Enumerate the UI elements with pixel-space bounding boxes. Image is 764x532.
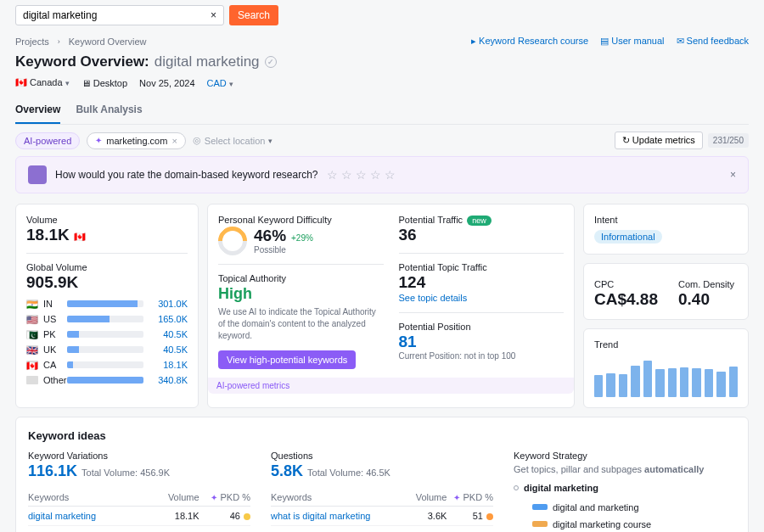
strategy-item[interactable]: digital and marketing <box>514 499 736 516</box>
pot-traffic-label: Potential Trafficnew <box>399 215 565 225</box>
strategy-title: Keyword Strategy <box>514 451 736 461</box>
trend-bar <box>631 366 639 396</box>
table-row: what digital marketing is 1.6K 55 <box>271 525 493 532</box>
gv-row: 🇵🇰 PK 40.5K <box>26 329 188 339</box>
link-manual[interactable]: ▤ User manual <box>600 36 664 47</box>
star-4[interactable]: ☆ <box>370 168 381 182</box>
gv-value[interactable]: 18.1K <box>149 360 188 370</box>
breadcrumb-projects[interactable]: Projects <box>15 36 49 47</box>
strategy-item[interactable]: digital marketing course <box>514 516 736 532</box>
trend-bar <box>716 372 725 397</box>
link-course[interactable]: ▸ Keyword Research course <box>471 36 588 47</box>
trend-bar <box>655 369 664 397</box>
global-volume-value: 905.9K <box>26 274 188 292</box>
gv-row: 🇨🇦 CA 18.1K <box>26 360 188 370</box>
strategy-desc: Get topics, pillar and subpages automati… <box>514 464 736 474</box>
flag-icon: 🇬🇧 <box>26 345 38 354</box>
strategy-root: digital marketing <box>514 483 736 493</box>
trend-bar <box>680 367 688 397</box>
clear-icon[interactable]: × <box>211 9 216 21</box>
search-input[interactable] <box>23 9 211 21</box>
ideas-title: Keyword ideas <box>28 429 736 442</box>
variations-section: Keyword Variations 116.1KTotal Volume: 4… <box>28 451 250 532</box>
global-volume-label: Global Volume <box>26 262 188 272</box>
flag-icon: 🇮🇳 <box>26 300 38 308</box>
breadcrumb-current: Keyword Overview <box>69 36 147 47</box>
star-3[interactable]: ☆ <box>356 168 367 182</box>
gv-value[interactable]: 165.0K <box>149 314 188 324</box>
robot-icon <box>28 165 47 184</box>
remove-domain-icon[interactable]: × <box>171 136 177 146</box>
star-1[interactable]: ☆ <box>327 168 338 182</box>
difficulty-dot-icon <box>244 513 250 520</box>
ai-powered-pill[interactable]: AI-powered <box>15 132 80 149</box>
gv-row: 🇬🇧 UK 40.5K <box>26 344 188 355</box>
flag-icon: 🇺🇸 <box>26 315 38 323</box>
topical-label: Topical Authority <box>218 273 384 283</box>
pkd-value: 46% <box>254 227 286 245</box>
intent-value: Informational <box>594 230 662 244</box>
date: Nov 25, 2024 <box>139 78 194 88</box>
trend-bar <box>729 367 738 397</box>
questions-sub: Total Volume: 46.5K <box>307 468 390 478</box>
gv-row: 🇮🇳 IN 301.0K <box>26 299 188 309</box>
position-value: 81 <box>399 333 565 351</box>
table-row: digital marketing 18.1K 46 <box>28 506 250 525</box>
gv-value[interactable]: 301.0K <box>149 299 188 309</box>
link-feedback[interactable]: ✉ Send feedback <box>677 36 749 47</box>
trend-bar <box>643 361 652 397</box>
variations-sub: Total Volume: 456.9K <box>81 468 170 478</box>
difficulty-dot-icon <box>486 513 493 520</box>
page-title: Keyword Overview: digital marketing ✓ <box>15 52 749 72</box>
tab-bulk[interactable]: Bulk Analysis <box>76 98 142 124</box>
gv-value[interactable]: 40.5K <box>149 344 188 355</box>
trend-bar <box>705 369 713 397</box>
device-selector[interactable]: 🖥 Desktop <box>81 78 127 88</box>
currency-selector[interactable]: CAD ▾ <box>207 78 233 88</box>
col-pkd: ✦ PKD % <box>447 489 493 507</box>
density-value: 0.40 <box>678 291 738 309</box>
update-count: 231/250 <box>708 133 749 148</box>
variations-title: Keyword Variations <box>28 451 250 461</box>
topic-traffic-value: 124 <box>399 274 565 292</box>
strategy-section: Keyword Strategy Get topics, pillar and … <box>514 451 736 532</box>
pot-traffic-value: 36 <box>399 227 565 244</box>
check-icon: ✓ <box>265 56 277 68</box>
rating-banner: How would you rate the domain-based keyw… <box>15 156 749 193</box>
keyword-link[interactable]: digital marketing <box>28 511 96 521</box>
volume-label: Volume <box>26 215 188 225</box>
search-input-wrap[interactable]: × <box>15 5 224 25</box>
gv-value[interactable]: 340.8K <box>149 375 188 385</box>
topical-desc: We use AI to indicate the Topical Author… <box>218 306 384 342</box>
cpc-density-card: CPC CA$4.88 Com. Density 0.40 <box>583 263 749 320</box>
tab-overview[interactable]: Overview <box>15 98 60 124</box>
gv-row: 🇺🇸 US 165.0K <box>26 314 188 324</box>
pkd-donut-icon <box>212 221 253 261</box>
location-selector[interactable]: ◎ Select location ▾ <box>193 135 273 146</box>
flag-icon: 🇨🇦 <box>26 361 38 369</box>
star-2[interactable]: ☆ <box>341 168 352 182</box>
search-button[interactable]: Search <box>229 5 278 25</box>
position-sub: Current Position: not in top 100 <box>399 351 565 361</box>
domain-pill[interactable]: ✦ marketing.com × <box>87 132 186 149</box>
country-selector[interactable]: 🇨🇦 Canada ▾ <box>15 77 70 88</box>
chevron-right-icon: › <box>58 37 60 46</box>
col-volume: Volume <box>410 489 447 507</box>
keyword-ideas-card: Keyword ideas Keyword Variations 116.1KT… <box>15 417 749 532</box>
position-label: Potential Position <box>399 322 565 332</box>
col-keywords: Keywords <box>271 489 410 507</box>
trend-card: Trend <box>583 328 749 408</box>
gv-value[interactable]: 40.5K <box>149 329 188 339</box>
trend-bar <box>668 368 677 397</box>
view-high-potential-button[interactable]: View high-potential keywords <box>218 350 356 369</box>
update-metrics-button[interactable]: ↻ Update metrics <box>615 132 703 149</box>
topic-details-link[interactable]: See topic details <box>399 293 468 303</box>
intent-label: Intent <box>594 215 738 225</box>
density-label: Com. Density <box>678 279 738 289</box>
table-row: what is digital marketing 3.6K 51 <box>271 506 493 525</box>
keyword-link[interactable]: what is digital marketing <box>271 511 370 521</box>
star-5[interactable]: ☆ <box>385 168 396 182</box>
trend-label: Trend <box>594 339 738 350</box>
flag-icon: 🇵🇰 <box>26 330 38 339</box>
close-icon[interactable]: × <box>730 169 736 181</box>
